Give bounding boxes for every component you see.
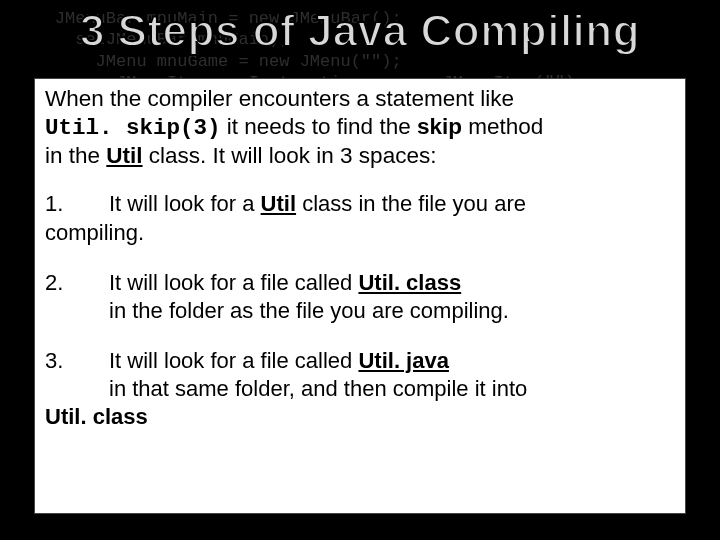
step-1-text-pre: It will look for a (109, 191, 261, 216)
content-panel: When the compiler encounters a statement… (34, 78, 686, 514)
step-3-bold1: Util. java (358, 348, 448, 373)
intro-keyword-skip: skip (417, 114, 462, 139)
intro-code: Util. skip(3) (45, 115, 221, 141)
intro-text-3b: class. It will look in 3 spaces: (143, 143, 437, 168)
step-3-line2: in that same folder, and then compile it… (109, 376, 527, 401)
intro-keyword-util: Util (106, 143, 142, 168)
step-2: 2.It will look for a file called Util. c… (45, 269, 675, 325)
step-1: 1.It will look for a Util class in the f… (45, 190, 675, 246)
intro-text-3a: in the (45, 143, 106, 168)
step-2-number: 2. (45, 269, 109, 297)
step-1-bold: Util (261, 191, 296, 216)
step-3-number: 3. (45, 347, 109, 375)
step-3: 3.It will look for a file called Util. j… (45, 347, 675, 431)
intro-paragraph: When the compiler encounters a statement… (45, 85, 675, 170)
step-1-text-post: class in the file you are (296, 191, 526, 216)
steps-list: 1.It will look for a Util class in the f… (45, 190, 675, 431)
step-2-bold: Util. class (358, 270, 461, 295)
intro-text-2a: it needs to find the (221, 114, 417, 139)
step-1-wrap: compiling. (45, 220, 144, 245)
intro-text-2b: method (462, 114, 543, 139)
intro-text-1: When the compiler encounters a statement… (45, 86, 514, 111)
slide-title: 3 Steps of Java Compiling (0, 6, 720, 56)
step-2-line1a: It will look for a file called (109, 270, 358, 295)
step-2-line2: in the folder as the file you are compil… (109, 298, 509, 323)
step-3-line1a: It will look for a file called (109, 348, 358, 373)
step-1-number: 1. (45, 190, 109, 218)
step-3-wrap: Util. class (45, 404, 148, 429)
